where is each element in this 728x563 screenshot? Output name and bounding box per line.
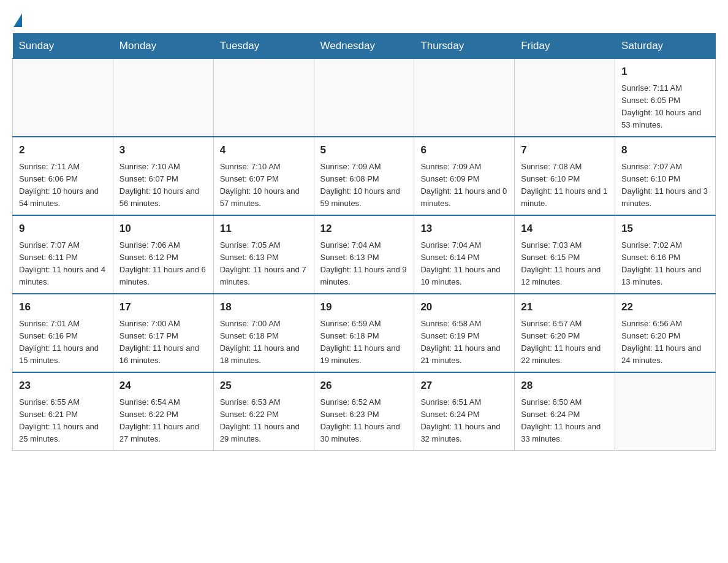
calendar-cell: 4Sunrise: 7:10 AM Sunset: 6:07 PM Daylig…: [213, 137, 314, 215]
day-info: Sunrise: 7:11 AM Sunset: 6:05 PM Dayligh…: [621, 83, 701, 129]
calendar-week-4: 16Sunrise: 7:01 AM Sunset: 6:16 PM Dayli…: [13, 294, 716, 372]
day-info: Sunrise: 7:08 AM Sunset: 6:10 PM Dayligh…: [521, 162, 607, 208]
day-info: Sunrise: 6:52 AM Sunset: 6:23 PM Dayligh…: [320, 397, 400, 443]
day-number: 13: [420, 221, 508, 237]
day-number: 11: [220, 221, 308, 237]
calendar-week-1: 1Sunrise: 7:11 AM Sunset: 6:05 PM Daylig…: [13, 59, 716, 137]
calendar-cell: 15Sunrise: 7:02 AM Sunset: 6:16 PM Dayli…: [615, 215, 716, 294]
logo: [12, 12, 22, 27]
calendar-cell: 9Sunrise: 7:07 AM Sunset: 6:11 PM Daylig…: [13, 215, 113, 294]
day-number: 17: [119, 299, 207, 315]
calendar-cell: [515, 59, 615, 137]
day-info: Sunrise: 7:11 AM Sunset: 6:06 PM Dayligh…: [19, 162, 99, 208]
day-number: 3: [119, 142, 207, 158]
col-header-wednesday: Wednesday: [314, 34, 414, 59]
col-header-friday: Friday: [515, 34, 615, 59]
day-info: Sunrise: 7:00 AM Sunset: 6:17 PM Dayligh…: [119, 319, 199, 365]
calendar-cell: 19Sunrise: 6:59 AM Sunset: 6:18 PM Dayli…: [314, 294, 414, 372]
calendar-week-3: 9Sunrise: 7:07 AM Sunset: 6:11 PM Daylig…: [13, 215, 716, 294]
day-number: 27: [420, 378, 508, 394]
calendar-week-5: 23Sunrise: 6:55 AM Sunset: 6:21 PM Dayli…: [13, 372, 716, 451]
day-info: Sunrise: 7:10 AM Sunset: 6:07 PM Dayligh…: [220, 162, 300, 208]
calendar-cell: 27Sunrise: 6:51 AM Sunset: 6:24 PM Dayli…: [414, 372, 515, 451]
calendar-cell: [414, 59, 515, 137]
day-number: 25: [220, 378, 308, 394]
calendar-cell: 13Sunrise: 7:04 AM Sunset: 6:14 PM Dayli…: [414, 215, 515, 294]
calendar-cell: 6Sunrise: 7:09 AM Sunset: 6:09 PM Daylig…: [414, 137, 515, 215]
day-number: 14: [521, 221, 609, 237]
calendar-cell: 17Sunrise: 7:00 AM Sunset: 6:17 PM Dayli…: [113, 294, 213, 372]
day-number: 20: [420, 299, 508, 315]
day-number: 24: [119, 378, 207, 394]
calendar-cell: 16Sunrise: 7:01 AM Sunset: 6:16 PM Dayli…: [13, 294, 113, 372]
day-number: 1: [621, 64, 709, 80]
day-number: 2: [19, 142, 107, 158]
day-number: 21: [521, 299, 609, 315]
calendar-cell: 10Sunrise: 7:06 AM Sunset: 6:12 PM Dayli…: [113, 215, 213, 294]
day-number: 18: [220, 299, 308, 315]
calendar-cell: 8Sunrise: 7:07 AM Sunset: 6:10 PM Daylig…: [615, 137, 716, 215]
day-number: 15: [621, 221, 709, 237]
day-info: Sunrise: 6:51 AM Sunset: 6:24 PM Dayligh…: [420, 397, 500, 443]
calendar-cell: [314, 59, 414, 137]
day-info: Sunrise: 7:09 AM Sunset: 6:08 PM Dayligh…: [320, 162, 400, 208]
day-number: 5: [320, 142, 408, 158]
day-info: Sunrise: 7:07 AM Sunset: 6:10 PM Dayligh…: [621, 162, 708, 208]
calendar-cell: 25Sunrise: 6:53 AM Sunset: 6:22 PM Dayli…: [213, 372, 314, 451]
calendar-cell: 7Sunrise: 7:08 AM Sunset: 6:10 PM Daylig…: [515, 137, 615, 215]
col-header-saturday: Saturday: [615, 34, 716, 59]
calendar-cell: 3Sunrise: 7:10 AM Sunset: 6:07 PM Daylig…: [113, 137, 213, 215]
col-header-sunday: Sunday: [13, 34, 113, 59]
day-info: Sunrise: 7:06 AM Sunset: 6:12 PM Dayligh…: [119, 240, 206, 286]
day-number: 9: [19, 221, 107, 237]
col-header-tuesday: Tuesday: [213, 34, 314, 59]
logo-triangle-icon: [13, 13, 22, 27]
calendar-week-2: 2Sunrise: 7:11 AM Sunset: 6:06 PM Daylig…: [13, 137, 716, 215]
day-number: 22: [621, 299, 709, 315]
day-number: 23: [19, 378, 107, 394]
calendar-table: SundayMondayTuesdayWednesdayThursdayFrid…: [12, 33, 716, 451]
calendar-cell: 5Sunrise: 7:09 AM Sunset: 6:08 PM Daylig…: [314, 137, 414, 215]
day-info: Sunrise: 7:10 AM Sunset: 6:07 PM Dayligh…: [119, 162, 199, 208]
calendar-cell: 26Sunrise: 6:52 AM Sunset: 6:23 PM Dayli…: [314, 372, 414, 451]
day-number: 19: [320, 299, 408, 315]
calendar-cell: 12Sunrise: 7:04 AM Sunset: 6:13 PM Dayli…: [314, 215, 414, 294]
calendar-cell: 28Sunrise: 6:50 AM Sunset: 6:24 PM Dayli…: [515, 372, 615, 451]
day-info: Sunrise: 6:50 AM Sunset: 6:24 PM Dayligh…: [521, 397, 601, 443]
day-info: Sunrise: 6:56 AM Sunset: 6:20 PM Dayligh…: [621, 319, 701, 365]
day-number: 28: [521, 378, 609, 394]
col-header-monday: Monday: [113, 34, 213, 59]
calendar-cell: 20Sunrise: 6:58 AM Sunset: 6:19 PM Dayli…: [414, 294, 515, 372]
day-info: Sunrise: 6:53 AM Sunset: 6:22 PM Dayligh…: [220, 397, 300, 443]
day-number: 26: [320, 378, 408, 394]
calendar-cell: [13, 59, 113, 137]
day-number: 10: [119, 221, 207, 237]
calendar-cell: 22Sunrise: 6:56 AM Sunset: 6:20 PM Dayli…: [615, 294, 716, 372]
calendar-cell: 24Sunrise: 6:54 AM Sunset: 6:22 PM Dayli…: [113, 372, 213, 451]
day-number: 16: [19, 299, 107, 315]
calendar-cell: 23Sunrise: 6:55 AM Sunset: 6:21 PM Dayli…: [13, 372, 113, 451]
day-number: 8: [621, 142, 709, 158]
day-info: Sunrise: 6:55 AM Sunset: 6:21 PM Dayligh…: [19, 397, 99, 443]
calendar-cell: [615, 372, 716, 451]
day-info: Sunrise: 7:00 AM Sunset: 6:18 PM Dayligh…: [220, 319, 300, 365]
calendar-cell: 21Sunrise: 6:57 AM Sunset: 6:20 PM Dayli…: [515, 294, 615, 372]
day-info: Sunrise: 7:09 AM Sunset: 6:09 PM Dayligh…: [420, 162, 507, 208]
col-header-thursday: Thursday: [414, 34, 515, 59]
calendar-cell: 18Sunrise: 7:00 AM Sunset: 6:18 PM Dayli…: [213, 294, 314, 372]
day-info: Sunrise: 7:07 AM Sunset: 6:11 PM Dayligh…: [19, 240, 105, 286]
day-number: 4: [220, 142, 308, 158]
day-info: Sunrise: 7:04 AM Sunset: 6:13 PM Dayligh…: [320, 240, 407, 286]
day-info: Sunrise: 7:05 AM Sunset: 6:13 PM Dayligh…: [220, 240, 306, 286]
calendar-cell: 11Sunrise: 7:05 AM Sunset: 6:13 PM Dayli…: [213, 215, 314, 294]
calendar-cell: 14Sunrise: 7:03 AM Sunset: 6:15 PM Dayli…: [515, 215, 615, 294]
calendar-cell: 2Sunrise: 7:11 AM Sunset: 6:06 PM Daylig…: [13, 137, 113, 215]
day-info: Sunrise: 7:02 AM Sunset: 6:16 PM Dayligh…: [621, 240, 701, 286]
day-info: Sunrise: 6:59 AM Sunset: 6:18 PM Dayligh…: [320, 319, 400, 365]
calendar-cell: 1Sunrise: 7:11 AM Sunset: 6:05 PM Daylig…: [615, 59, 716, 137]
day-number: 6: [420, 142, 508, 158]
calendar-cell: [213, 59, 314, 137]
calendar-header-row: SundayMondayTuesdayWednesdayThursdayFrid…: [13, 34, 716, 59]
day-number: 7: [521, 142, 609, 158]
day-info: Sunrise: 7:03 AM Sunset: 6:15 PM Dayligh…: [521, 240, 601, 286]
